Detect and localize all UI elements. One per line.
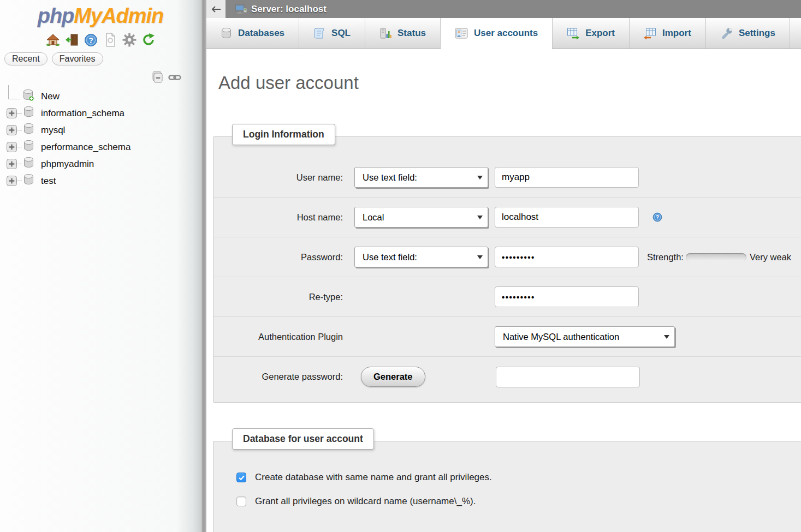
tree-item-information-schema[interactable]: information_schema [0, 105, 201, 122]
database-for-user-legend: Database for user account [232, 428, 374, 450]
auth-plugin-select[interactable]: Native MySQL authentication [495, 326, 675, 347]
tree-item-performance-schema[interactable]: performance_schema [0, 139, 201, 156]
logo-myadmin-text: MyAdmin [74, 4, 163, 27]
home-icon [46, 33, 60, 47]
password-strength-meter [686, 253, 746, 261]
main-tabs: Databases SQL Status [206, 18, 801, 49]
sidebar: phpMyAdmin [0, 0, 201, 532]
database-icon [23, 140, 34, 154]
help-button[interactable]: ? [84, 33, 98, 47]
new-database-icon [22, 88, 34, 104]
password-input[interactable] [495, 247, 639, 267]
password-strength: Strength: Very weak [647, 252, 791, 262]
database-tree: New information_schema [0, 88, 201, 189]
login-information-fieldset: Login Information User name: Use text fi… [213, 136, 801, 403]
create-database-option[interactable]: Create database with same name and grant… [236, 472, 801, 483]
gear-icon [122, 33, 137, 47]
tab-databases[interactable]: Databases [206, 18, 299, 49]
database-for-user-fieldset: Database for user account Create databas… [213, 441, 801, 532]
document-icon [104, 33, 117, 47]
sidebar-resize-divider[interactable] [201, 0, 206, 532]
tab-status[interactable]: Status [365, 18, 441, 49]
chevron-down-icon [477, 255, 483, 259]
tab-sql[interactable]: SQL [299, 18, 365, 49]
expand-button[interactable] [7, 176, 17, 186]
sidebar-toolbar: ? [0, 33, 201, 47]
documentation-button[interactable] [103, 33, 117, 47]
grant-wildcard-option[interactable]: Grant all privileges on wildcard name (u… [236, 496, 801, 507]
tree-dash [17, 176, 22, 181]
refresh-button[interactable] [141, 33, 156, 47]
tree-item-test[interactable]: test [0, 172, 201, 189]
host-name-label: Host name: [236, 212, 343, 223]
tree-item-label: test [41, 176, 56, 187]
settings-button[interactable] [122, 33, 137, 47]
link-icon [168, 74, 181, 81]
home-button[interactable] [46, 33, 60, 47]
user-name-row: User name: Use text field: [213, 158, 801, 198]
retype-password-input[interactable] [495, 286, 639, 307]
server-header-bar: Server: localhost [206, 0, 801, 18]
sidebar-toggle-button[interactable] [206, 0, 226, 18]
sql-scroll-icon [313, 27, 325, 39]
tab-label: Import [662, 28, 691, 39]
auth-plugin-row: Authentication Plugin Native MySQL authe… [213, 317, 801, 357]
status-chart-icon [379, 27, 391, 39]
tab-label: Databases [238, 28, 284, 39]
tab-settings[interactable]: Settings [706, 18, 790, 49]
favorites-button[interactable]: Favorites [52, 52, 103, 65]
create-database-checkbox[interactable] [236, 473, 246, 482]
host-name-input[interactable] [495, 207, 639, 228]
recent-button[interactable]: Recent [4, 52, 48, 65]
host-help-button[interactable]: ? [652, 212, 662, 222]
expand-button[interactable] [7, 159, 17, 169]
create-database-label: Create database with same name and grant… [255, 472, 492, 483]
tree-item-phpmyadmin[interactable]: phpmyadmin [0, 156, 201, 172]
generate-password-label: Generate password: [236, 372, 343, 382]
tree-dash [17, 159, 22, 164]
left-arrow-icon [211, 5, 222, 14]
phpmyadmin-logo[interactable]: phpMyAdmin [0, 0, 201, 28]
server-title: Server: localhost [251, 4, 327, 15]
collapse-all-icon [151, 71, 164, 84]
grant-wildcard-checkbox[interactable] [236, 497, 246, 506]
logout-icon [65, 33, 79, 47]
generated-password-input[interactable] [496, 367, 640, 387]
expand-button[interactable] [7, 125, 17, 135]
strength-value: Very weak [750, 252, 791, 262]
expand-button[interactable] [7, 108, 17, 118]
collapse-all-button[interactable] [151, 71, 164, 84]
user-name-type-select[interactable]: Use text field: [354, 167, 488, 188]
select-value: Use text field: [363, 252, 417, 262]
select-value: Local [363, 212, 384, 223]
import-icon [644, 27, 656, 40]
user-name-input[interactable] [495, 167, 639, 188]
tree-item-new[interactable]: New [0, 88, 201, 105]
password-label: Password: [236, 252, 343, 262]
tree-item-mysql[interactable]: mysql [0, 122, 201, 139]
tab-user-accounts[interactable]: User accounts [441, 18, 553, 49]
logout-button[interactable] [65, 33, 79, 47]
plus-icon [7, 142, 17, 152]
database-icon [23, 106, 34, 121]
tab-export[interactable]: Export [553, 18, 630, 49]
retype-row: Re-type: [213, 277, 801, 317]
expand-button[interactable] [7, 142, 17, 152]
host-name-type-select[interactable]: Local [354, 207, 488, 228]
generate-button[interactable]: Generate [361, 367, 425, 387]
check-icon [238, 474, 245, 481]
chevron-down-icon [477, 176, 483, 180]
tab-label: Export [585, 28, 615, 39]
main-panel: Server: localhost Databases SQL [206, 0, 801, 532]
tab-import[interactable]: Import [630, 18, 706, 49]
tab-label: SQL [331, 28, 351, 39]
link-button[interactable] [168, 74, 181, 81]
auth-plugin-label: Authentication Plugin [236, 332, 343, 342]
database-icon [23, 123, 34, 138]
tab-label: Status [397, 28, 426, 39]
database-icon [23, 174, 34, 188]
plus-icon [7, 125, 17, 135]
password-type-select[interactable]: Use text field: [354, 247, 488, 267]
select-value: Native MySQL authentication [503, 332, 619, 342]
svg-text:?: ? [88, 35, 93, 44]
